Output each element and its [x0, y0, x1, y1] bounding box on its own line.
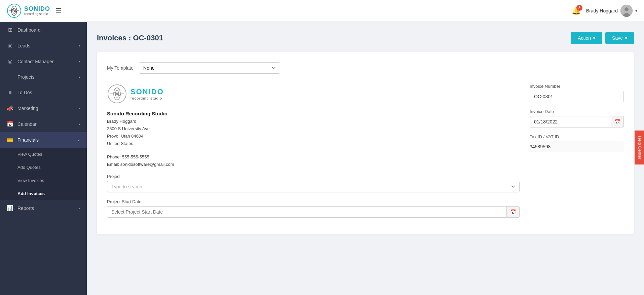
sidebar-item-add-quotes[interactable]: Add Quotes — [0, 161, 87, 174]
logo-icon — [7, 3, 22, 18]
company-name: Sonido Recording Studio — [107, 111, 520, 116]
action-chevron-icon: ▾ — [593, 35, 595, 41]
financials-submenu: View Quotes Add Quotes View Invoices Add… — [0, 148, 87, 200]
company-address1: 2500 S University Ave — [107, 125, 520, 133]
help-center-tab[interactable]: Help Center — [635, 131, 644, 164]
project-start-calendar-button[interactable]: 📅 — [507, 206, 520, 218]
sidebar-item-dashboard[interactable]: ⊞ Dashboard — [0, 22, 87, 38]
sidebar-item-reports[interactable]: 📊 Reports › — [0, 200, 87, 216]
financials-icon: 💳 — [7, 137, 13, 143]
contact-icon: ◎ — [7, 58, 13, 65]
leads-icon: ◎ — [7, 42, 13, 49]
sidebar-label-financials: Financials — [17, 137, 39, 143]
main-content: Invoices : OC-0301 Action ▾ Save ▾ My Te… — [87, 22, 644, 295]
invoice-right: Invoice Number Invoice Date 📅 Tax ID / V… — [530, 84, 624, 224]
sidebar-label-contact: Contact Manager — [17, 59, 53, 64]
project-group: Project Type to search — [107, 174, 520, 192]
sidebar: ⊞ Dashboard ◎ Leads › ◎ Contact Manager … — [0, 22, 87, 295]
sidebar-label-leads: Leads — [17, 43, 30, 48]
company-logo: SONIDO recording studio — [107, 84, 520, 104]
marketing-icon: 📣 — [7, 105, 13, 111]
avatar — [620, 5, 633, 17]
sonido-brand-sub: recording studio — [130, 96, 164, 100]
save-button[interactable]: Save ▾ — [605, 32, 634, 44]
project-select[interactable]: Type to search — [107, 181, 520, 192]
sidebar-item-leads[interactable]: ◎ Leads › — [0, 38, 87, 53]
company-email: Email: sonidosoftware@gmail.com — [107, 161, 520, 168]
invoice-date-calendar-button[interactable]: 📅 — [611, 116, 624, 127]
company-contact: Brady Hoggard — [107, 118, 520, 125]
header: SONIDO recording.studio ☰ 🔔 3 Brady Hogg… — [0, 0, 644, 22]
sidebar-item-add-invoices[interactable]: Add Invoices — [0, 187, 87, 200]
logo-subtitle: recording.studio — [24, 12, 50, 16]
project-start-label: Project Start Date — [107, 199, 520, 204]
sidebar-label-calendar: Calendar — [17, 121, 37, 127]
page-title: Invoices : OC-0301 — [97, 34, 163, 42]
sidebar-item-todos[interactable]: ≡ To Dos — [0, 85, 87, 100]
project-start-date-wrapper: 📅 — [107, 206, 520, 218]
calendar-chevron-icon: › — [79, 122, 80, 126]
sidebar-item-projects[interactable]: ≡ Projects › — [0, 69, 87, 85]
invoice-date-group: Invoice Date 📅 — [530, 109, 624, 127]
user-chevron-icon: ▾ — [635, 8, 637, 13]
project-start-input[interactable] — [107, 206, 507, 218]
hamburger-icon[interactable]: ☰ — [55, 7, 62, 15]
financials-chevron-icon: ∨ — [77, 138, 80, 142]
sidebar-item-marketing[interactable]: 📣 Marketing › — [0, 100, 87, 116]
template-select[interactable]: None — [139, 62, 280, 74]
company-address2: Provo, Utah 84604 — [107, 133, 520, 140]
leads-chevron-icon: › — [79, 43, 80, 48]
tax-id-group: Tax ID / VAT ID 34589598 — [530, 134, 624, 152]
projects-icon: ≡ — [7, 74, 13, 80]
sidebar-label-reports: Reports — [17, 206, 34, 211]
sidebar-item-view-quotes[interactable]: View Quotes — [0, 148, 87, 161]
header-actions: Action ▾ Save ▾ — [571, 32, 634, 44]
invoice-number-label: Invoice Number — [530, 84, 624, 89]
notification-bell[interactable]: 🔔 3 — [572, 6, 581, 15]
projects-chevron-icon: › — [79, 75, 80, 79]
user-info[interactable]: Brady Hoggard ▾ — [586, 5, 637, 17]
sidebar-label-marketing: Marketing — [17, 106, 38, 111]
template-row: My Template None — [107, 62, 624, 74]
sonido-brand-name: SONIDO — [130, 87, 164, 96]
sidebar-label-projects: Projects — [17, 74, 35, 80]
logo-title: SONIDO — [24, 6, 50, 12]
company-phone: Phone: 555-555-5555 — [107, 153, 520, 161]
sidebar-item-financials[interactable]: 💳 Financials ∨ — [0, 132, 87, 148]
template-label: My Template — [107, 65, 134, 71]
todos-icon: ≡ — [7, 89, 13, 96]
sidebar-item-contact-manager[interactable]: ◎ Contact Manager › — [0, 53, 87, 69]
header-left: SONIDO recording.studio ☰ — [7, 3, 62, 18]
sidebar-label-todos: To Dos — [17, 90, 32, 95]
logo: SONIDO recording.studio — [7, 3, 50, 18]
sonido-logo-icon — [107, 84, 127, 104]
save-chevron-icon: ▾ — [625, 35, 627, 41]
logo-text: SONIDO recording.studio — [24, 6, 50, 16]
svg-point-7 — [624, 7, 629, 11]
sonido-logo: SONIDO recording studio — [107, 84, 520, 104]
calendar-icon: 📅 — [7, 121, 13, 127]
project-label: Project — [107, 174, 520, 179]
invoice-number-group: Invoice Number — [530, 84, 624, 102]
company-info: Sonido Recording Studio Brady Hoggard 25… — [107, 111, 520, 169]
company-country: United States — [107, 140, 520, 147]
contact-chevron-icon: › — [79, 59, 80, 64]
tax-id-label: Tax ID / VAT ID — [530, 134, 624, 139]
user-name: Brady Hoggard — [586, 8, 618, 13]
invoice-body: SONIDO recording studio Sonido Recording… — [107, 84, 624, 224]
marketing-chevron-icon: › — [79, 106, 80, 111]
invoice-number-input[interactable] — [530, 91, 624, 102]
invoice-date-input[interactable] — [530, 116, 611, 127]
dashboard-icon: ⊞ — [7, 27, 13, 33]
sidebar-item-calendar[interactable]: 📅 Calendar › — [0, 116, 87, 132]
page-header: Invoices : OC-0301 Action ▾ Save ▾ — [97, 32, 634, 44]
invoice-date-wrapper: 📅 — [530, 116, 624, 127]
project-start-group: Project Start Date 📅 — [107, 199, 520, 218]
tax-id-value: 34589598 — [530, 141, 624, 152]
invoice-card: My Template None — [97, 52, 634, 234]
invoice-left: SONIDO recording studio Sonido Recording… — [107, 84, 520, 224]
reports-chevron-icon: › — [79, 206, 80, 211]
sidebar-item-view-invoices[interactable]: View Invoices — [0, 174, 87, 187]
notification-badge: 3 — [576, 5, 582, 11]
action-button[interactable]: Action ▾ — [571, 32, 602, 44]
